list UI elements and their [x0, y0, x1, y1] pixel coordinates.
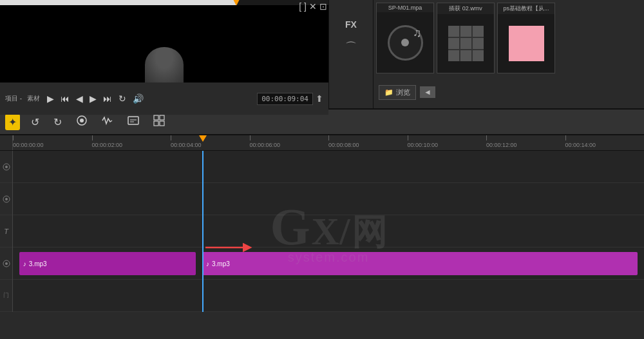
tool-film[interactable] [73, 113, 91, 131]
media-item-ps[interactable]: ps基础教程【从... [497, 3, 555, 73]
svg-point-12 [5, 198, 8, 200]
ruler-ticks-area[interactable]: 00:00:00:0000:00:02:0000:00:04:0000:00:0… [13, 135, 644, 150]
ruler-tick: 00:00:02:00 [92, 135, 123, 150]
frame-back-button[interactable]: ◀ [74, 92, 85, 105]
skip-back-button[interactable]: ⏮ [59, 92, 71, 105]
media-item-label-2: 插获 02.wmv [437, 3, 494, 14]
timeline-ruler: 00:00:00:0000:00:02:0000:00:04:0000:00:0… [0, 135, 644, 151]
track-icon-audio [0, 247, 12, 280]
music-note-icon: ♫ [413, 26, 422, 40]
clip-label-2: 3.mp3 [212, 260, 230, 267]
track-row-5 [13, 280, 644, 312]
skip-forward-button[interactable]: ⏭ [101, 92, 114, 105]
fx-label: FX [345, 19, 357, 30]
playhead-line [202, 151, 204, 312]
audio-clip-2[interactable]: ♪ 3.mp3 [202, 252, 638, 275]
media-item-label-1: SP-M01.mpa [377, 3, 433, 12]
timecode-arrow[interactable]: ⬆ [316, 93, 323, 104]
clip-music-icon-2: ♪ [206, 260, 209, 267]
tool-caption[interactable] [124, 113, 142, 131]
progress-fill [0, 0, 236, 5]
grid-cell [473, 50, 484, 61]
svg-point-10 [5, 166, 8, 168]
ruler-tick: 00:00:00:00 [13, 135, 44, 150]
frame-forward-button[interactable]: ▶ [88, 92, 99, 105]
expand-control[interactable]: ⊡ [319, 1, 327, 12]
grid-cell [473, 26, 484, 37]
preview-area: 项目 - 素材 ▶ ⏮ ◀ ▶ ⏭ ↻ 🔊 00:00:09:04 ⬆ [ ] … [0, 0, 328, 110]
progress-bar[interactable] [0, 0, 328, 5]
svg-rect-5 [154, 115, 158, 120]
vinyl-container: ♫ [388, 25, 423, 61]
top-section: 项目 - 素材 ▶ ⏮ ◀ ▶ ⏭ ↻ 🔊 00:00:09:04 ⬆ [ ] … [0, 0, 644, 110]
grid-cell [460, 38, 471, 49]
audio-clip-1[interactable]: ♪ 3.mp3 [19, 252, 196, 275]
thumb-img-1: ♫ [377, 12, 433, 73]
track-icon-text: T [0, 215, 12, 247]
preview-display [0, 5, 328, 82]
collapse-button[interactable]: ◄ [420, 86, 435, 98]
track-icons-col: T 门 [0, 151, 13, 312]
tool-undo[interactable]: ↺ [28, 114, 43, 130]
bracket-in[interactable]: [ [299, 1, 301, 12]
track-icon-video1 [0, 151, 12, 183]
track-icon-video2 [0, 183, 12, 215]
ruler-tick: 00:00:10:00 [408, 135, 439, 150]
tracks-wrapper: T 门 ♪ 3.mp3 ♪ 3.mp3 [0, 151, 644, 312]
arrow-svg [202, 240, 254, 255]
media-panel: SP-M01.mpa ♫ 插获 02.wmv [374, 0, 644, 108]
preview-controls: 项目 - 素材 ▶ ⏮ ◀ ▶ ⏭ ↻ 🔊 00:00:09:04 ⬆ [0, 82, 328, 115]
loop-button[interactable]: ↻ [117, 92, 128, 105]
grid-cell [460, 26, 471, 37]
pink-thumb [509, 26, 544, 61]
grid-cell [448, 38, 459, 49]
svg-rect-2 [128, 117, 138, 124]
folder-icon: 📁 [384, 88, 393, 97]
track-icon-extra: 门 [0, 280, 12, 312]
tool-audio[interactable] [99, 113, 117, 131]
timecode-display: 00:00:09:04 [257, 93, 313, 105]
fx-panel: FX ⌒ [328, 0, 374, 108]
tool-snap[interactable]: ✦ [5, 114, 20, 130]
bracket-controls: [ ] ✕ ⊡ [299, 1, 327, 12]
track-row-1 [13, 151, 644, 183]
close-control[interactable]: ✕ [309, 1, 317, 12]
ruler-spacer [0, 135, 13, 150]
grid-cell [473, 38, 484, 49]
volume-button[interactable]: 🔊 [131, 92, 146, 105]
ruler-tick: 00:00:06:00 [250, 135, 281, 150]
svg-rect-7 [154, 121, 158, 126]
ruler-tick: 00:00:04:00 [171, 135, 202, 150]
vinyl-center [401, 39, 409, 46]
svg-rect-8 [160, 121, 164, 126]
grid-cell [448, 50, 459, 61]
tool-redo[interactable]: ↻ [50, 114, 65, 130]
clip-label-1: 3.mp3 [29, 260, 47, 267]
media-item-sp-m01[interactable]: SP-M01.mpa ♫ [376, 3, 434, 73]
browse-button[interactable]: 📁 浏览 [379, 85, 416, 100]
project-label: 项目 - [5, 94, 22, 103]
ruler-tick: 00:00:08:00 [328, 135, 359, 150]
split-arrow-indicator [202, 240, 254, 257]
ruler-tick: 00:00:12:00 [486, 135, 517, 150]
media-item-02wmv[interactable]: 插获 02.wmv [437, 3, 495, 73]
clip-music-icon-1: ♪ [23, 260, 26, 267]
track-row-audio: ♪ 3.mp3 ♪ 3.mp3 [13, 247, 644, 280]
media-item-label-3: ps基础教程【从... [498, 3, 554, 14]
grid-cell [448, 26, 459, 37]
svg-rect-6 [160, 115, 164, 120]
ruler-tick: 00:00:14:00 [565, 135, 596, 150]
bracket-out[interactable]: ] [304, 1, 307, 12]
preview-avatar [145, 47, 184, 82]
grid-cell [460, 50, 471, 61]
thumb-img-3 [498, 14, 554, 73]
timeline-section: 00:00:00:0000:00:02:0000:00:04:0000:00:0… [0, 135, 644, 312]
fx-curve-icon[interactable]: ⌒ [345, 39, 357, 55]
track-row-3 [13, 215, 644, 247]
tool-grid[interactable] [150, 113, 168, 131]
playhead-triangle [199, 135, 207, 142]
play-button[interactable]: ▶ [45, 92, 56, 105]
media-bottom-bar: 📁 浏览 ◄ [374, 77, 644, 108]
tracks-main: ♪ 3.mp3 ♪ 3.mp3 [13, 151, 644, 312]
media-thumbnails: SP-M01.mpa ♫ 插获 02.wmv [374, 0, 644, 77]
